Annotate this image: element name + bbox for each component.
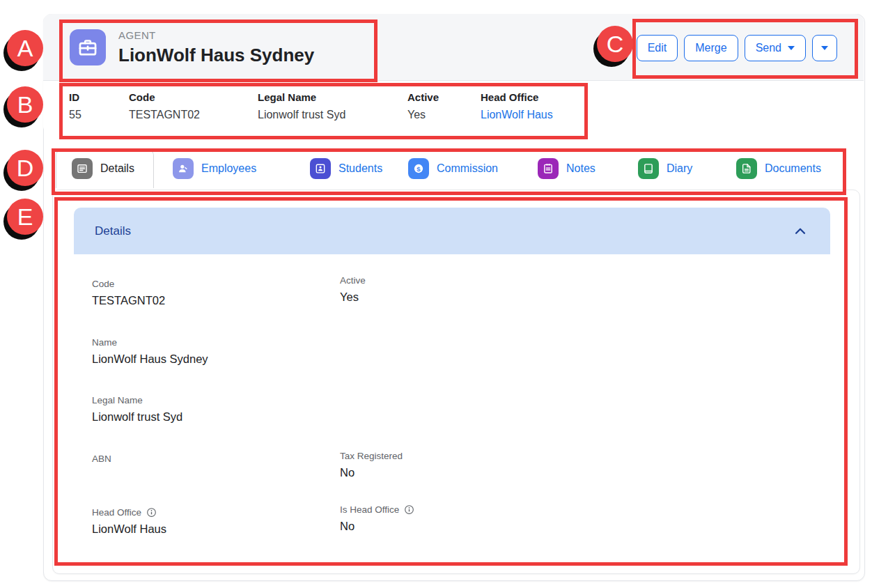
field-value: LionWolf Haus bbox=[92, 523, 166, 536]
field-code: Code TESTAGNT02 bbox=[92, 279, 165, 308]
tab-students-label: Students bbox=[338, 162, 382, 175]
tab-students[interactable]: Students bbox=[310, 148, 382, 188]
field-value: No bbox=[340, 520, 414, 534]
summary-col-legal-name: Legal Name Lionwolf trust Syd bbox=[258, 91, 345, 121]
summary-col-id: ID 55 bbox=[69, 91, 81, 121]
tab-documents-label: Documents bbox=[765, 162, 821, 175]
field-value: No bbox=[340, 466, 403, 480]
field-label: Legal Name bbox=[92, 395, 182, 405]
field-abn: ABN bbox=[92, 454, 111, 483]
tab-diary-label: Diary bbox=[667, 162, 692, 175]
summary-value: Lionwolf trust Syd bbox=[258, 109, 345, 121]
summary-value: Yes bbox=[407, 109, 439, 121]
commission-icon: $ bbox=[408, 158, 429, 179]
annotation-circle-e: E bbox=[7, 199, 43, 235]
tab-details[interactable]: Details bbox=[56, 148, 154, 188]
field-label: Name bbox=[92, 337, 208, 348]
header-actions: Edit Merge Send bbox=[637, 35, 837, 61]
employees-icon bbox=[173, 158, 194, 179]
send-dropdown-button[interactable]: Send bbox=[745, 35, 806, 61]
summary-label: Code bbox=[129, 91, 200, 103]
field-label: Tax Registered bbox=[340, 451, 403, 461]
field-head-office: Head Office LionWolf Haus bbox=[92, 507, 166, 536]
tab-employees-label: Employees bbox=[201, 162, 256, 175]
field-active: Active Yes bbox=[340, 275, 366, 304]
info-icon[interactable] bbox=[404, 504, 414, 515]
tab-diary[interactable]: Diary bbox=[638, 148, 692, 188]
collapse-panel-button[interactable] bbox=[791, 222, 809, 240]
field-label: Head Office bbox=[92, 507, 166, 518]
summary-value: 55 bbox=[69, 109, 81, 121]
page-title: LionWolf Haus Sydney bbox=[118, 45, 314, 66]
head-office-link[interactable]: LionWolf Haus bbox=[481, 109, 553, 121]
summary-col-active: Active Yes bbox=[407, 91, 439, 121]
annotation-circle-d: D bbox=[7, 150, 43, 186]
field-is-head-office: Is Head Office No bbox=[340, 504, 414, 534]
tab-commission-label: Commission bbox=[437, 162, 498, 175]
details-panel-title: Details bbox=[95, 224, 131, 238]
field-tax-registered: Tax Registered No bbox=[340, 451, 403, 480]
agent-record-page: AGENT LionWolf Haus Sydney Edit Merge Se… bbox=[0, 0, 872, 588]
field-label: Is Head Office bbox=[340, 504, 414, 515]
tab-employees[interactable]: Employees bbox=[173, 148, 256, 188]
merge-button[interactable]: Merge bbox=[684, 35, 738, 61]
summary-label: ID bbox=[69, 91, 81, 103]
tab-notes-label: Notes bbox=[566, 162, 595, 175]
tab-commission[interactable]: $ Commission bbox=[408, 148, 498, 188]
annotation-circle-b: B bbox=[7, 86, 43, 123]
tab-notes[interactable]: Notes bbox=[538, 148, 595, 188]
edit-button-label: Edit bbox=[648, 42, 667, 54]
field-value: LionWolf Haus Sydney bbox=[92, 353, 208, 366]
field-name: Name LionWolf Haus Sydney bbox=[92, 337, 208, 366]
caret-down-icon bbox=[788, 46, 795, 50]
field-label-text: Is Head Office bbox=[340, 504, 399, 515]
field-value bbox=[92, 469, 111, 483]
summary-col-head-office: Head Office LionWolf Haus bbox=[481, 91, 553, 121]
summary-label: Head Office bbox=[481, 91, 553, 103]
students-icon bbox=[310, 158, 331, 179]
field-label-text: Head Office bbox=[92, 507, 141, 518]
notes-icon bbox=[538, 158, 559, 179]
summary-value: TESTAGNT02 bbox=[129, 109, 200, 121]
details-icon bbox=[72, 158, 93, 179]
field-label: Active bbox=[340, 275, 366, 286]
field-value: TESTAGNT02 bbox=[92, 294, 165, 308]
send-button-label: Send bbox=[756, 42, 781, 54]
svg-text:$: $ bbox=[416, 164, 421, 172]
merge-button-label: Merge bbox=[695, 42, 726, 54]
edit-button[interactable]: Edit bbox=[637, 35, 678, 61]
more-actions-dropdown-button[interactable] bbox=[812, 35, 837, 61]
summary-label: Legal Name bbox=[258, 91, 345, 103]
tab-details-label: Details bbox=[100, 162, 134, 175]
field-legal-name: Legal Name Lionwolf trust Syd bbox=[92, 395, 182, 424]
entity-type-label: AGENT bbox=[118, 29, 156, 41]
details-panel-header[interactable]: Details bbox=[74, 208, 830, 254]
agent-briefcase-icon bbox=[70, 29, 106, 65]
caret-down-icon bbox=[821, 46, 828, 50]
tab-documents[interactable]: Documents bbox=[736, 148, 821, 188]
chevron-up-icon bbox=[791, 222, 809, 240]
field-label: ABN bbox=[92, 454, 111, 464]
info-icon[interactable] bbox=[146, 507, 157, 518]
documents-icon bbox=[736, 158, 757, 179]
field-value: Lionwolf trust Syd bbox=[92, 410, 182, 424]
annotation-circle-a: A bbox=[7, 30, 43, 66]
summary-col-code: Code TESTAGNT02 bbox=[129, 91, 200, 121]
diary-icon bbox=[638, 158, 659, 179]
summary-label: Active bbox=[407, 91, 439, 103]
field-label: Code bbox=[92, 279, 165, 289]
field-value: Yes bbox=[340, 291, 366, 304]
